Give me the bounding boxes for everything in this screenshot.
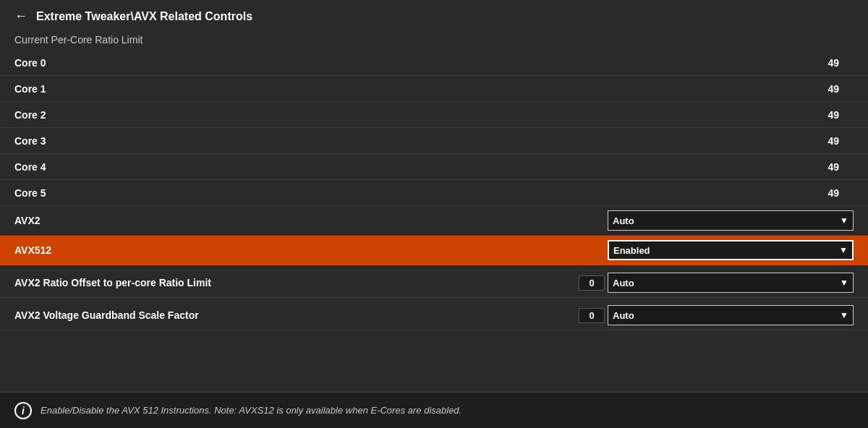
core-2-value: 49 (810, 109, 839, 121)
avx2-row[interactable]: AVX2 Auto ▼ (0, 206, 868, 236)
core-5-label: Core 5 (14, 187, 810, 199)
core-0-value: 49 (810, 57, 839, 69)
avx2-voltage-guardband-dropdown[interactable]: Auto ▼ (608, 305, 854, 325)
footer-info-bar: i Enable/Disable the AVX 512 Instruction… (0, 392, 868, 428)
avx2-label: AVX2 (14, 215, 608, 226)
avx2-ratio-offset-dropdown-value: Auto (613, 278, 634, 288)
core-0-row[interactable]: Core 0 49 (0, 50, 868, 76)
avx2-ratio-offset-label: AVX2 Ratio Offset to per-core Ratio Limi… (14, 277, 579, 288)
avx2-dropdown-arrow-icon: ▼ (840, 215, 848, 226)
core-1-value: 49 (810, 83, 839, 95)
avx512-dropdown[interactable]: Enabled ▼ (608, 240, 854, 260)
header: ← Extreme Tweaker\AVX Related Controls (0, 0, 868, 31)
core-0-label: Core 0 (14, 57, 810, 69)
core-4-value: 49 (810, 161, 839, 173)
core-5-row[interactable]: Core 5 49 (0, 180, 868, 206)
avx2-ratio-offset-dropdown[interactable]: Auto ▼ (608, 273, 854, 293)
core-3-row[interactable]: Core 3 49 (0, 128, 868, 154)
main-container: ← Extreme Tweaker\AVX Related Controls C… (0, 0, 868, 428)
info-icon: i (14, 402, 32, 419)
avx2-ratio-offset-row[interactable]: AVX2 Ratio Offset to per-core Ratio Limi… (0, 268, 868, 298)
avx2-ratio-offset-badge: 0 (579, 275, 605, 291)
avx512-row[interactable]: AVX512 Enabled ▼ (0, 236, 868, 265)
avx2-dropdown[interactable]: Auto ▼ (608, 210, 854, 231)
core-4-row[interactable]: Core 4 49 (0, 154, 868, 180)
settings-list: Core 0 49 Core 1 49 Core 2 49 Core 3 49 … (0, 50, 868, 330)
avx512-label: AVX512 (14, 244, 608, 256)
core-5-value: 49 (810, 187, 839, 199)
avx512-dropdown-value: Enabled (613, 245, 650, 256)
back-arrow-icon[interactable]: ← (14, 9, 27, 24)
core-3-value: 49 (810, 135, 839, 147)
avx2-voltage-guardband-arrow-icon: ▼ (840, 310, 848, 320)
core-1-row[interactable]: Core 1 49 (0, 76, 868, 102)
core-2-label: Core 2 (14, 109, 810, 121)
avx2-voltage-guardband-label: AVX2 Voltage Guardband Scale Factor (14, 309, 579, 321)
page-title: Extreme Tweaker\AVX Related Controls (36, 10, 252, 23)
core-1-label: Core 1 (14, 83, 810, 95)
core-3-label: Core 3 (14, 135, 810, 147)
avx2-dropdown-value: Auto (613, 215, 634, 226)
core-2-row[interactable]: Core 2 49 (0, 102, 868, 128)
avx512-dropdown-arrow-icon: ▼ (839, 245, 848, 255)
avx2-ratio-offset-arrow-icon: ▼ (840, 278, 848, 288)
avx2-voltage-guardband-dropdown-value: Auto (613, 310, 634, 321)
core-4-label: Core 4 (14, 161, 810, 173)
avx2-voltage-guardband-badge: 0 (579, 308, 605, 323)
avx2-voltage-guardband-row[interactable]: AVX2 Voltage Guardband Scale Factor 0 Au… (0, 301, 868, 330)
section-label: Current Per-Core Ratio Limit (0, 31, 868, 50)
footer-info-text: Enable/Disable the AVX 512 Instructions.… (41, 405, 461, 416)
